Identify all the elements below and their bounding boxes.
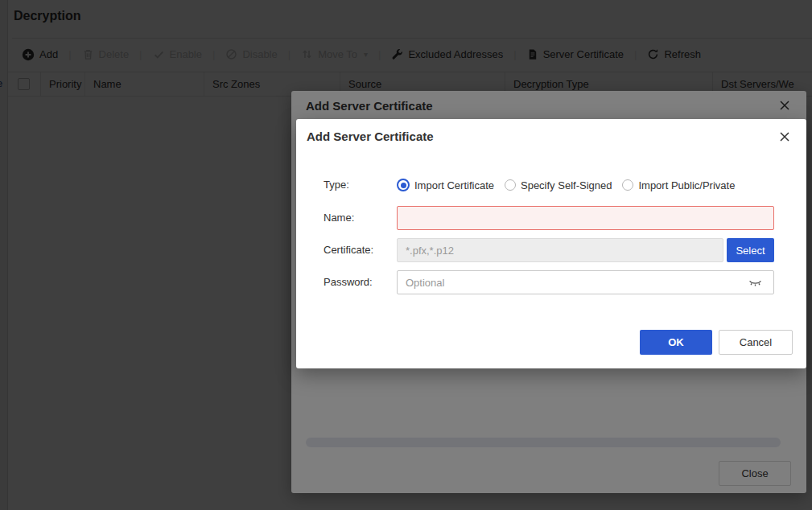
screen: e Decryption Add | Delete | Enable | Dis…	[0, 0, 812, 510]
radio-unselected-icon	[622, 179, 633, 191]
radio-specify-self-signed-label: Specify Self-Signed	[521, 179, 612, 191]
cancel-button[interactable]: Cancel	[719, 330, 793, 355]
password-label: Password:	[324, 276, 373, 288]
name-label: Name:	[324, 212, 354, 224]
radio-selected-icon	[397, 179, 410, 191]
ok-button[interactable]: OK	[640, 330, 712, 355]
radio-import-public-private[interactable]: Import Public/Private	[622, 179, 735, 191]
radio-import-certificate-label: Import Certificate	[414, 179, 494, 191]
certificate-input[interactable]	[397, 238, 723, 262]
select-button[interactable]: Select	[727, 238, 774, 262]
name-input[interactable]	[397, 206, 774, 230]
type-radio-group: Import Certificate Specify Self-Signed I…	[397, 179, 735, 191]
radio-specify-self-signed[interactable]: Specify Self-Signed	[505, 179, 612, 191]
dialog-title: Add Server Certificate	[307, 130, 434, 143]
close-icon[interactable]	[779, 131, 790, 142]
eye-closed-icon[interactable]	[748, 278, 762, 288]
type-label: Type:	[324, 179, 349, 191]
add-server-certificate-dialog: Add Server Certificate Type: Import Cert…	[296, 119, 806, 368]
certificate-label: Certificate:	[324, 244, 373, 256]
password-input[interactable]	[397, 270, 774, 294]
radio-import-certificate[interactable]: Import Certificate	[397, 179, 494, 191]
radio-import-public-private-label: Import Public/Private	[638, 179, 735, 191]
radio-unselected-icon	[505, 179, 516, 191]
